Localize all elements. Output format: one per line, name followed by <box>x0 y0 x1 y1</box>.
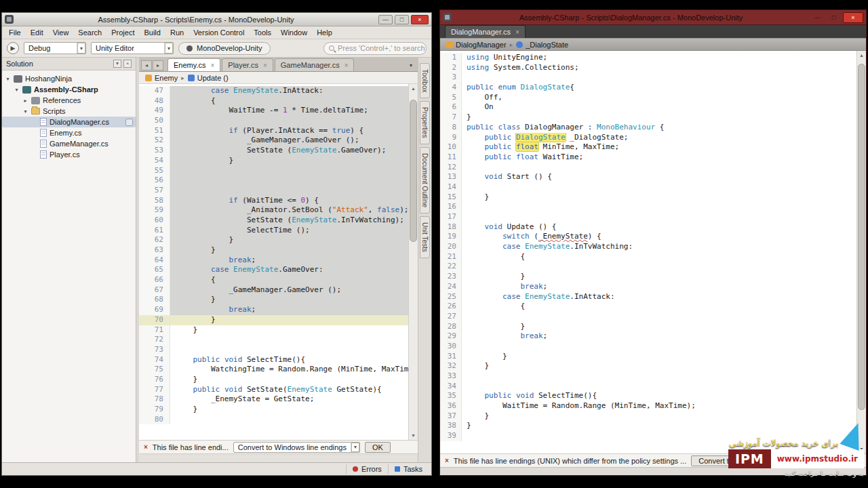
expander-icon[interactable]: ▾ <box>22 108 28 115</box>
code-line-12[interactable]: 12 <box>440 163 856 173</box>
code-line-49[interactable]: 49 WaitTime -= 1 * Time.deltaTime; <box>139 106 408 116</box>
target-pill[interactable]: MonoDevelop-Unity <box>178 42 271 55</box>
horizontal-scrollbar[interactable] <box>139 453 418 462</box>
search-input[interactable]: Press 'Control+,' to search <box>323 42 427 55</box>
errors-button[interactable]: Errors <box>346 464 388 474</box>
nav-back-icon[interactable]: ◂ <box>141 60 152 70</box>
panel-close-icon[interactable]: × <box>123 60 132 68</box>
code-line-25[interactable]: 25 case EnemyState.InAttack: <box>440 292 856 302</box>
code-line-54[interactable]: 54 } <box>139 156 408 166</box>
code-line-53[interactable]: 53 SetState (EnemyState.GameOver); <box>139 146 408 156</box>
code-line-68[interactable]: 68 } <box>139 295 408 305</box>
tab-dialogmanager-cs[interactable]: DialogManager.cs× <box>445 25 526 38</box>
code-line-37[interactable]: 37 } <box>440 411 856 422</box>
code-line-19[interactable]: 19 switch (_EnemyState) { <box>440 232 856 242</box>
side-tab-toolbox[interactable]: Toolbox <box>420 63 430 98</box>
vertical-scrollbar[interactable]: ▲ ▼ <box>856 51 866 453</box>
code-line-71[interactable]: 71 } <box>139 325 408 336</box>
scrollbar-thumb[interactable] <box>410 100 417 242</box>
scrollbar-thumb[interactable] <box>858 64 865 410</box>
side-tab-properties[interactable]: Properties <box>420 101 430 144</box>
close-button[interactable]: × <box>411 15 429 24</box>
scrollbar-track[interactable] <box>857 60 866 445</box>
code-line-47[interactable]: 47 case EnemyState.InAttack: <box>139 86 408 96</box>
expander-icon[interactable]: ▸ <box>22 98 28 104</box>
code-line-75[interactable]: 75 WatchingTime = Random.Range (MinTime,… <box>139 365 408 375</box>
code-line-51[interactable]: 51 if (Player.InAttack == true) { <box>139 126 408 136</box>
code-line-73[interactable]: 73 <box>139 345 408 355</box>
menu-window[interactable]: Window <box>277 28 311 37</box>
tab-gamemanager-cs[interactable]: GameManager.cs× <box>275 58 355 71</box>
code-line-28[interactable]: 28 } <box>440 322 856 332</box>
code-line-64[interactable]: 64 break; <box>139 256 408 266</box>
code-line-66[interactable]: 66 { <box>139 275 408 285</box>
tree-item-references[interactable]: ▸References <box>2 95 136 106</box>
menu-version-control[interactable]: Version Control <box>189 28 248 37</box>
code-line-72[interactable]: 72 <box>139 335 408 345</box>
menu-help[interactable]: Help <box>313 28 336 37</box>
code-line-70[interactable]: 70 } <box>139 315 408 325</box>
code-line-55[interactable]: 55 <box>139 166 408 176</box>
code-line-62[interactable]: 62 } <box>139 235 408 245</box>
tree-item-player-cs[interactable]: Player.cs <box>2 149 136 160</box>
code-line-80[interactable]: 80 <box>139 415 408 425</box>
run-button[interactable]: ▶ <box>7 42 19 54</box>
code-line-65[interactable]: 65 case EnemyState.GameOver: <box>139 265 408 275</box>
menu-edit[interactable]: Edit <box>26 28 47 37</box>
code-line-23[interactable]: 23 } <box>440 272 856 282</box>
tasks-button[interactable]: Tasks <box>388 464 429 474</box>
menu-project[interactable]: Project <box>107 28 138 37</box>
scrollbar-track[interactable] <box>409 93 418 431</box>
code-line-77[interactable]: 77 public void SetState(EnemyState GetSt… <box>139 385 408 395</box>
tab-close-icon[interactable]: × <box>344 62 349 69</box>
code-line-60[interactable]: 60 SetState (EnemyState.InTvWatching); <box>139 216 408 226</box>
code-line-24[interactable]: 24 break; <box>440 282 856 292</box>
code-line-61[interactable]: 61 SelectTime (); <box>139 226 408 236</box>
menu-file[interactable]: File <box>5 28 25 37</box>
code-line-6[interactable]: 6 On <box>440 102 856 113</box>
tree-item-dialogmanager-cs[interactable]: DialogManager.cs <box>2 117 136 127</box>
nav-forward-icon[interactable]: ▸ <box>153 60 163 70</box>
code-line-79[interactable]: 79 } <box>139 405 408 415</box>
code-line-67[interactable]: 67 _GameManager.GameOver (); <box>139 285 408 296</box>
scroll-up-icon[interactable]: ▲ <box>409 84 418 93</box>
code-line-33[interactable]: 33 <box>440 371 856 382</box>
minimize-button[interactable]: — <box>810 13 825 22</box>
run-target-select[interactable]: Unity Editor ▾ <box>91 42 174 54</box>
code-line-16[interactable]: 16 <box>440 202 856 212</box>
side-tab-unit-tests[interactable]: Unit Tests <box>420 216 430 258</box>
code-line-74[interactable]: 74 public void SelectTime(){ <box>139 355 408 365</box>
code-line-11[interactable]: 11 public float WaitTime; <box>440 152 856 163</box>
code-line-78[interactable]: 78 _EnemyState = GetState; <box>139 394 408 405</box>
menu-run[interactable]: Run <box>166 28 188 37</box>
scroll-up-icon[interactable]: ▲ <box>857 51 866 60</box>
code-line-32[interactable]: 32 } <box>440 361 856 371</box>
ok-button[interactable]: OK <box>365 442 391 453</box>
code-line-4[interactable]: 4public enum DialogState{ <box>440 83 856 93</box>
breadcrumb-enemy[interactable]: Enemy <box>145 74 178 82</box>
code-editor[interactable]: 47 case EnemyState.InAttack:48 {49 WaitT… <box>139 84 408 440</box>
vertical-scrollbar[interactable]: ▲ ▼ <box>408 84 418 440</box>
code-line-21[interactable]: 21 { <box>440 252 856 262</box>
tree-item-scripts[interactable]: ▾Scripts <box>2 106 136 117</box>
code-line-52[interactable]: 52 _GameManager.GameOver (); <box>139 136 408 146</box>
menu-search[interactable]: Search <box>74 28 106 37</box>
maximize-button[interactable]: □ <box>395 15 409 24</box>
code-line-59[interactable]: 59 _Animator.SetBool ("Attack", false); <box>139 205 408 216</box>
code-line-10[interactable]: 10 public float MinTime, MaxTime; <box>440 142 856 152</box>
code-line-9[interactable]: 9 public DialogState _DialogState; <box>440 133 856 143</box>
tab-list-dropdown-icon[interactable]: ▾ <box>406 62 416 68</box>
breadcrumb-dialogstate[interactable]: _DialogState <box>516 41 568 49</box>
code-line-76[interactable]: 76 } <box>139 375 408 385</box>
scroll-down-icon[interactable]: ▼ <box>409 431 418 440</box>
panel-menu-icon[interactable]: ▾ <box>113 60 121 68</box>
maximize-button[interactable]: □ <box>827 13 841 22</box>
code-line-13[interactable]: 13 void Start () { <box>440 172 856 182</box>
code-line-2[interactable]: 2using System.Collections; <box>440 63 856 73</box>
code-line-27[interactable]: 27 <box>440 312 856 322</box>
code-line-17[interactable]: 17 <box>440 212 856 222</box>
code-line-1[interactable]: 1using UnityEngine; <box>440 53 856 63</box>
code-line-22[interactable]: 22 <box>440 262 856 272</box>
code-line-20[interactable]: 20 case EnemyState.InTvWatching: <box>440 242 856 252</box>
side-tab-document-outline[interactable]: Document Outline <box>420 147 430 214</box>
